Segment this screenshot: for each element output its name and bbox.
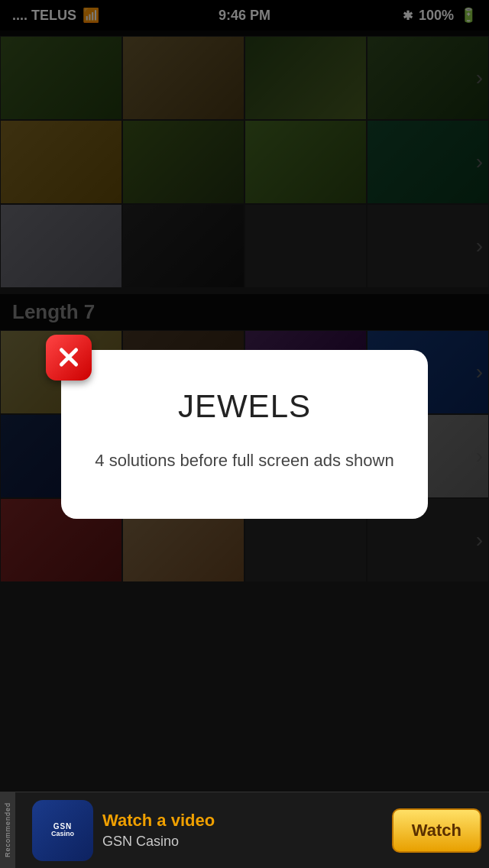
ad-logo-text: GSN Casino bbox=[51, 822, 74, 838]
recommended-text: Recommended bbox=[4, 802, 11, 857]
close-button[interactable] bbox=[46, 335, 92, 381]
ad-text-area: Watch a video GSN Casino bbox=[102, 811, 383, 850]
recommended-badge: Recommended bbox=[0, 792, 15, 868]
ad-banner: Recommended GSN Casino Watch a video GSN… bbox=[0, 792, 489, 868]
watch-button[interactable]: Watch bbox=[392, 808, 481, 853]
ad-logo: GSN Casino bbox=[32, 800, 93, 861]
modal-title: JEWELS bbox=[92, 388, 397, 425]
modal-description: 4 solutions before full screen ads shown bbox=[92, 448, 397, 473]
modal-overlay: JEWELS 4 solutions before full screen ad… bbox=[0, 0, 489, 868]
ad-subtitle: GSN Casino bbox=[102, 834, 383, 850]
modal-dialog: JEWELS 4 solutions before full screen ad… bbox=[61, 350, 428, 519]
ad-title: Watch a video bbox=[102, 811, 383, 831]
